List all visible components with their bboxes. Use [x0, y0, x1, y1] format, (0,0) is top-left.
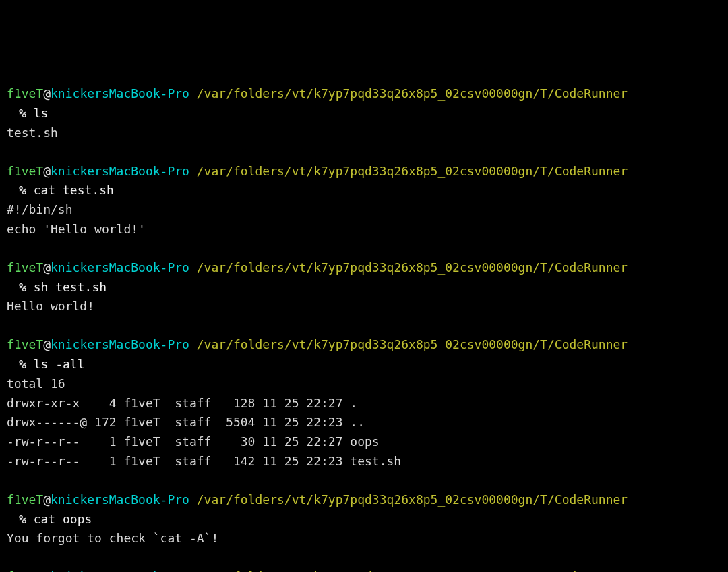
prompt-host: knickersMacBook-Pro: [51, 569, 189, 572]
command-text: cat test.sh: [34, 183, 114, 197]
prompt-path: /var/folders/vt/k7yp7pqd33q26x8p5_02csv0…: [197, 260, 628, 275]
output-line: #!/bin/sh: [7, 200, 721, 220]
prompt-at: @: [43, 337, 51, 351]
prompt-header: f1veT@knickersMacBook-Pro /var/folders/v…: [7, 567, 721, 572]
output-line: You forgot to check `cat -A`!: [7, 529, 721, 548]
prompt-symbol: %: [19, 280, 34, 294]
prompt-at: @: [43, 260, 51, 275]
prompt-at: @: [43, 569, 51, 572]
command-block: f1veT@knickersMacBook-Pro /var/folders/v…: [7, 84, 721, 142]
command-line[interactable]: % ls -all: [7, 355, 721, 374]
output-line: echo 'Hello world!': [7, 220, 721, 239]
terminal-window[interactable]: f1veT@knickersMacBook-Pro /var/folders/v…: [7, 84, 721, 572]
command-text: ls: [34, 106, 49, 120]
prompt-user: f1veT: [7, 260, 43, 275]
prompt-header: f1veT@knickersMacBook-Pro /var/folders/v…: [7, 258, 721, 278]
prompt-at: @: [43, 492, 51, 507]
prompt-path: /var/folders/vt/k7yp7pqd33q26x8p5_02csv0…: [197, 337, 628, 351]
output-line: -rw-r--r-- 1 f1veT staff 142 11 25 22:23…: [7, 452, 721, 471]
output-line: -rw-r--r-- 1 f1veT staff 30 11 25 22:27 …: [7, 432, 721, 452]
prompt-user: f1veT: [7, 492, 43, 507]
prompt-user: f1veT: [7, 164, 43, 178]
command-text: sh test.sh: [34, 280, 107, 294]
command-block: f1veT@knickersMacBook-Pro /var/folders/v…: [7, 258, 721, 316]
command-block: f1veT@knickersMacBook-Pro /var/folders/v…: [7, 335, 721, 471]
prompt-header: f1veT@knickersMacBook-Pro /var/folders/v…: [7, 335, 721, 355]
prompt-symbol: %: [19, 357, 34, 371]
prompt-user: f1veT: [7, 337, 43, 351]
prompt-symbol: %: [19, 183, 34, 197]
command-block: f1veT@knickersMacBook-Pro /var/folders/v…: [7, 567, 721, 572]
prompt-path: /var/folders/vt/k7yp7pqd33q26x8p5_02csv0…: [197, 492, 628, 507]
prompt-host: knickersMacBook-Pro: [51, 337, 189, 351]
prompt-path: /var/folders/vt/k7yp7pqd33q26x8p5_02csv0…: [197, 569, 628, 572]
prompt-path: /var/folders/vt/k7yp7pqd33q26x8p5_02csv0…: [197, 86, 628, 101]
command-text: ls -all: [34, 357, 85, 371]
prompt-symbol: %: [19, 106, 34, 120]
command-block: f1veT@knickersMacBook-Pro /var/folders/v…: [7, 162, 721, 239]
command-line[interactable]: % ls: [7, 104, 721, 123]
prompt-symbol: %: [19, 512, 34, 526]
output-line: test.sh: [7, 123, 721, 143]
command-line[interactable]: % sh test.sh: [7, 278, 721, 297]
command-text: cat oops: [34, 512, 92, 526]
command-line[interactable]: % cat test.sh: [7, 181, 721, 200]
output-line: drwx------@ 172 f1veT staff 5504 11 25 2…: [7, 413, 721, 432]
prompt-header: f1veT@knickersMacBook-Pro /var/folders/v…: [7, 162, 721, 181]
prompt-header: f1veT@knickersMacBook-Pro /var/folders/v…: [7, 490, 721, 510]
prompt-at: @: [43, 86, 51, 101]
prompt-host: knickersMacBook-Pro: [51, 260, 189, 275]
prompt-path: /var/folders/vt/k7yp7pqd33q26x8p5_02csv0…: [197, 164, 628, 178]
prompt-at: @: [43, 164, 51, 178]
prompt-user: f1veT: [7, 86, 43, 101]
prompt-host: knickersMacBook-Pro: [51, 492, 189, 507]
prompt-header: f1veT@knickersMacBook-Pro /var/folders/v…: [7, 84, 721, 104]
command-line[interactable]: % cat oops: [7, 510, 721, 530]
prompt-host: knickersMacBook-Pro: [51, 164, 189, 178]
output-line: drwxr-xr-x 4 f1veT staff 128 11 25 22:27…: [7, 394, 721, 413]
prompt-host: knickersMacBook-Pro: [51, 86, 189, 101]
output-line: total 16: [7, 374, 721, 394]
prompt-user: f1veT: [7, 569, 43, 572]
output-line: Hello world!: [7, 297, 721, 316]
command-block: f1veT@knickersMacBook-Pro /var/folders/v…: [7, 490, 721, 548]
